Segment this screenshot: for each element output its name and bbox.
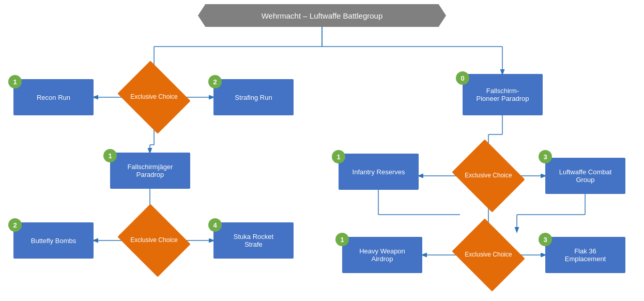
- badge-luftwaffe-combat: 3: [539, 150, 552, 163]
- badge-infantry-reserves: 1: [332, 150, 345, 163]
- badge-butterfly-bombs: 2: [8, 218, 22, 232]
- exclusive-choice-2: Exclusive Choice: [126, 217, 182, 264]
- title-node: Wehrmacht – Luftwaffe Battlegroup: [198, 4, 446, 27]
- badge-stuka-rocket: 4: [208, 218, 222, 232]
- badge-fallschirmjaeger: 1: [103, 149, 117, 162]
- exclusive-choice-4: Exclusive Choice: [460, 232, 517, 278]
- fallschirm-pioneer-paradrop-node: Fallschirm-Pioneer Paradrop: [463, 74, 543, 115]
- recon-run-node: Recon Run: [13, 79, 94, 115]
- luftwaffe-combat-group-node: Luftwaffe CombatGroup: [545, 158, 625, 194]
- strafing-run-node: Strafing Run: [213, 79, 294, 115]
- butterfly-bombs-node: Buttefly Bombs: [13, 222, 94, 259]
- badge-fallschirm-pioneer: 0: [456, 71, 469, 85]
- diagram-container: Wehrmacht – Luftwaffe Battlegroup Exclus…: [0, 0, 644, 301]
- badge-strafing-run: 2: [208, 75, 222, 88]
- badge-heavy-weapon: 1: [335, 233, 349, 246]
- badge-recon-run: 1: [8, 75, 22, 88]
- heavy-weapon-airdrop-node: Heavy WeaponAirdrop: [342, 237, 422, 273]
- fallschirmjaeger-paradrop-node: FallschirmjägerParadrop: [110, 153, 190, 189]
- flak36-emplacement-node: Flak 36Emplacement: [545, 237, 625, 273]
- stuka-rocket-strafe-node: Stuka RocketStrafe: [213, 222, 294, 259]
- badge-flak36: 3: [539, 233, 552, 246]
- exclusive-choice-3: Exclusive Choice: [460, 153, 517, 199]
- infantry-reserves-node: Infantry Reserves: [339, 154, 419, 190]
- exclusive-choice-1: Exclusive Choice: [126, 74, 182, 121]
